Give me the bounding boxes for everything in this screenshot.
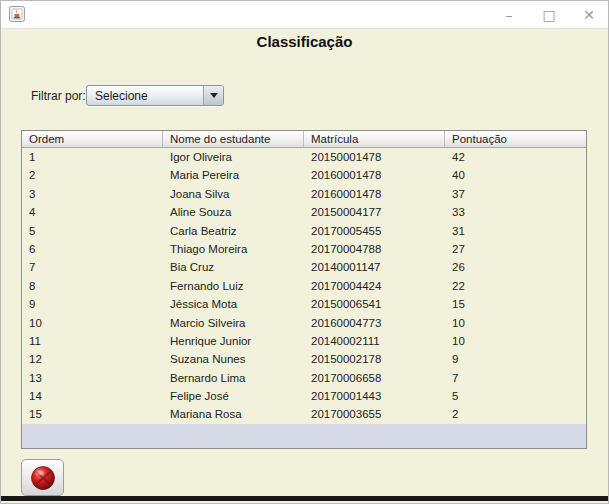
table-cell: Igor Oliveira — [163, 148, 304, 166]
column-header[interactable]: Pontuação — [445, 131, 586, 147]
table-cell: Thiago Moreira — [163, 240, 304, 258]
table-cell: 8 — [22, 277, 163, 295]
table-row[interactable]: 8Fernando Luiz2017000442422 — [22, 277, 586, 295]
window-bottom-edge — [1, 496, 608, 501]
filter-dropdown[interactable]: Selecione — [86, 85, 224, 106]
table-row[interactable]: 5Carla Beatriz2017000545531 — [22, 222, 586, 240]
table-row[interactable]: 10Marcio Silveira2016000477310 — [22, 314, 586, 332]
table-cell: Carla Beatriz — [163, 222, 304, 240]
table-row[interactable]: 11Henrique Junior2014000211110 — [22, 332, 586, 350]
minimize-button[interactable]: – — [500, 1, 518, 29]
table-row[interactable]: 15Mariana Rosa201700036552 — [22, 405, 586, 423]
table-cell: Henrique Junior — [163, 332, 304, 350]
table-cell: 20170004424 — [304, 277, 445, 295]
filter-dropdown-value: Selecione — [87, 89, 203, 103]
table-cell: 20150004177 — [304, 203, 445, 221]
table-cell: 4 — [22, 203, 163, 221]
table-cell: 27 — [445, 240, 586, 258]
table-cell: Jéssica Mota — [163, 295, 304, 313]
window-controls: – □ ✕ — [500, 1, 598, 29]
column-header[interactable]: Nome do estudante — [163, 131, 304, 147]
app-window: – □ ✕ Classificação Filtrar por: Selecio… — [0, 0, 609, 504]
table-cell: 26 — [445, 258, 586, 276]
close-button[interactable]: ✕ — [580, 1, 598, 29]
table-cell: 40 — [445, 166, 586, 184]
table-cell: 3 — [22, 185, 163, 203]
table-cell: 5 — [445, 387, 586, 405]
table-cell: Marcio Silveira — [163, 314, 304, 332]
column-header[interactable]: Matrícula — [304, 131, 445, 147]
table-cell: 20150001478 — [304, 148, 445, 166]
table-row[interactable]: 6Thiago Moreira2017000478827 — [22, 240, 586, 258]
table-cell: 2 — [445, 405, 586, 423]
table-row[interactable]: 12Suzana Nunes201500021789 — [22, 350, 586, 368]
table-cell: Joana Silva — [163, 185, 304, 203]
java-app-icon — [9, 6, 25, 22]
table-row[interactable]: 1Igor Oliveira2015000147842 — [22, 148, 586, 166]
table-cell: 1 — [22, 148, 163, 166]
table-cell: 20170005455 — [304, 222, 445, 240]
table-cell: Felipe José — [163, 387, 304, 405]
table-cell: 15 — [445, 295, 586, 313]
table-cell: 11 — [22, 332, 163, 350]
table-cell: 5 — [22, 222, 163, 240]
column-header[interactable]: Ordem — [22, 131, 163, 147]
table-cell: 20170003655 — [304, 405, 445, 423]
table-cell: 6 — [22, 240, 163, 258]
table-row[interactable]: 2Maria Pereira2016000147840 — [22, 166, 586, 184]
chevron-down-icon — [203, 86, 223, 105]
table-cell: 10 — [445, 332, 586, 350]
red-orb-icon — [30, 465, 56, 491]
ranking-table: OrdemNome do estudanteMatrículaPontuação… — [21, 130, 587, 449]
table-cell: 13 — [22, 369, 163, 387]
table-cell: 20150006541 — [304, 295, 445, 313]
table-cell: Aline Souza — [163, 203, 304, 221]
table-cell: 37 — [445, 185, 586, 203]
table-cell: 7 — [22, 258, 163, 276]
table-cell: Mariana Rosa — [163, 405, 304, 423]
table-row[interactable]: 7Bia Cruz2014000114726 — [22, 258, 586, 276]
table-cell: 20150002178 — [304, 350, 445, 368]
table-cell: 7 — [445, 369, 586, 387]
table-cell: 20140002111 — [304, 332, 445, 350]
table-header: OrdemNome do estudanteMatrículaPontuação — [22, 131, 586, 148]
table-row[interactable]: 13Bernardo Lima201700066587 — [22, 369, 586, 387]
filter-label: Filtrar por: — [31, 89, 86, 103]
table-cell: 10 — [22, 314, 163, 332]
table-cell: Maria Pereira — [163, 166, 304, 184]
table-cell: 20170004788 — [304, 240, 445, 258]
table-cell: 12 — [22, 350, 163, 368]
table-cell: 20170006658 — [304, 369, 445, 387]
table-cell: 20160001478 — [304, 166, 445, 184]
table-cell: 42 — [445, 148, 586, 166]
table-row[interactable]: 3Joana Silva2016000147837 — [22, 185, 586, 203]
table-cell: 20160001478 — [304, 185, 445, 203]
table-cell: Fernando Luiz — [163, 277, 304, 295]
maximize-button[interactable]: □ — [540, 1, 558, 29]
table-cell: 14 — [22, 387, 163, 405]
title-bar: – □ ✕ — [1, 1, 608, 29]
table-cell: 9 — [22, 295, 163, 313]
table-cell: 2 — [22, 166, 163, 184]
table-cell: 15 — [22, 405, 163, 423]
table-empty-area — [22, 424, 586, 448]
table-row[interactable]: 4Aline Souza2015000417733 — [22, 203, 586, 221]
table-cell: 20140001147 — [304, 258, 445, 276]
table-cell: Bia Cruz — [163, 258, 304, 276]
table-cell: 22 — [445, 277, 586, 295]
table-cell: 33 — [445, 203, 586, 221]
table-cell: 20160004773 — [304, 314, 445, 332]
table-cell: Bernardo Lima — [163, 369, 304, 387]
table-body: 1Igor Oliveira20150001478422Maria Pereir… — [22, 148, 586, 424]
table-cell: 10 — [445, 314, 586, 332]
table-row[interactable]: 14Felipe José201700014435 — [22, 387, 586, 405]
exit-button[interactable] — [21, 459, 64, 496]
table-cell: 31 — [445, 222, 586, 240]
table-cell: 20170001443 — [304, 387, 445, 405]
table-cell: Suzana Nunes — [163, 350, 304, 368]
page-title: Classificação — [1, 33, 608, 50]
table-cell: 9 — [445, 350, 586, 368]
table-row[interactable]: 9Jéssica Mota2015000654115 — [22, 295, 586, 313]
